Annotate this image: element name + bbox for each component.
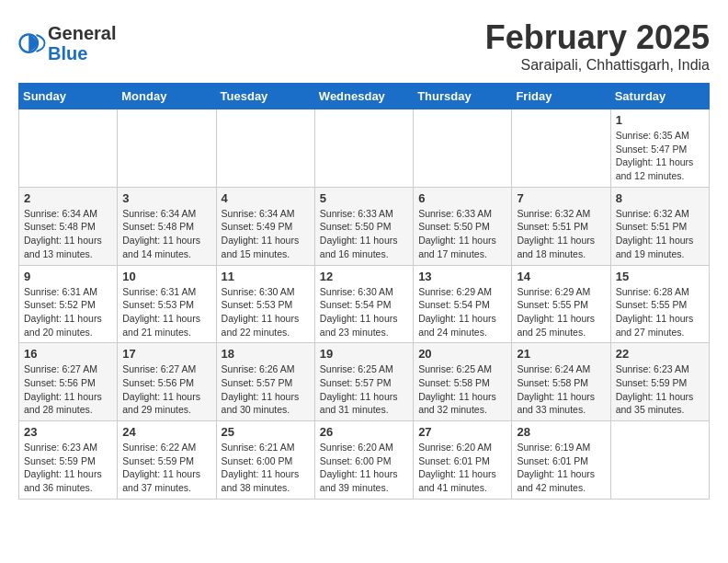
calendar-cell: 8Sunrise: 6:32 AM Sunset: 5:51 PM Daylig… (610, 187, 709, 265)
day-info: Sunrise: 6:33 AM Sunset: 5:50 PM Dayligh… (418, 207, 506, 261)
calendar-cell: 25Sunrise: 6:21 AM Sunset: 6:00 PM Dayli… (216, 421, 314, 500)
day-info: Sunrise: 6:28 AM Sunset: 5:55 PM Dayligh… (616, 285, 704, 339)
day-number: 21 (517, 347, 605, 361)
calendar-week-row: 16Sunrise: 6:27 AM Sunset: 5:56 PM Dayli… (19, 343, 710, 421)
calendar-table: SundayMondayTuesdayWednesdayThursdayFrid… (18, 83, 710, 500)
day-info: Sunrise: 6:34 AM Sunset: 5:48 PM Dayligh… (122, 207, 210, 261)
day-info: Sunrise: 6:35 AM Sunset: 5:47 PM Dayligh… (616, 129, 704, 183)
day-number: 12 (320, 270, 408, 283)
day-number: 16 (24, 347, 112, 361)
day-number: 2 (24, 191, 112, 205)
calendar-cell: 27Sunrise: 6:20 AM Sunset: 6:01 PM Dayli… (414, 421, 512, 500)
day-number: 1 (616, 113, 704, 127)
calendar-cell: 1Sunrise: 6:35 AM Sunset: 5:47 PM Daylig… (610, 109, 709, 188)
day-header-wednesday: Wednesday (314, 84, 413, 109)
day-number: 8 (616, 191, 704, 205)
day-number: 19 (320, 347, 408, 361)
logo-icon (18, 29, 46, 57)
day-number: 10 (122, 270, 210, 283)
calendar-cell: 26Sunrise: 6:20 AM Sunset: 6:00 PM Dayli… (314, 421, 413, 500)
logo-text: General Blue (48, 23, 116, 63)
day-header-saturday: Saturday (610, 84, 709, 109)
calendar-cell: 6Sunrise: 6:33 AM Sunset: 5:50 PM Daylig… (414, 187, 512, 265)
calendar-cell: 17Sunrise: 6:27 AM Sunset: 5:56 PM Dayli… (118, 343, 216, 421)
day-info: Sunrise: 6:31 AM Sunset: 5:52 PM Dayligh… (24, 285, 112, 339)
calendar-cell: 20Sunrise: 6:25 AM Sunset: 5:58 PM Dayli… (414, 343, 512, 421)
calendar-week-row: 1Sunrise: 6:35 AM Sunset: 5:47 PM Daylig… (19, 109, 710, 188)
calendar-cell: 4Sunrise: 6:34 AM Sunset: 5:49 PM Daylig… (216, 187, 314, 265)
calendar-cell (314, 109, 413, 188)
day-info: Sunrise: 6:34 AM Sunset: 5:48 PM Dayligh… (24, 207, 112, 261)
day-info: Sunrise: 6:21 AM Sunset: 6:00 PM Dayligh… (222, 441, 310, 495)
day-number: 11 (222, 270, 310, 283)
day-header-sunday: Sunday (19, 84, 118, 109)
calendar-cell: 22Sunrise: 6:23 AM Sunset: 5:59 PM Dayli… (610, 343, 709, 421)
day-info: Sunrise: 6:29 AM Sunset: 5:55 PM Dayligh… (517, 285, 605, 339)
location-title: Saraipali, Chhattisgarh, India (485, 57, 710, 74)
calendar-cell (512, 109, 610, 188)
day-info: Sunrise: 6:26 AM Sunset: 5:57 PM Dayligh… (222, 362, 310, 417)
day-number: 25 (222, 425, 310, 439)
day-info: Sunrise: 6:20 AM Sunset: 6:00 PM Dayligh… (320, 441, 408, 495)
day-number: 5 (320, 191, 408, 205)
calendar-cell (414, 109, 512, 188)
day-header-friday: Friday (512, 84, 610, 109)
day-info: Sunrise: 6:27 AM Sunset: 5:56 PM Dayligh… (24, 362, 112, 417)
day-header-tuesday: Tuesday (216, 84, 314, 109)
calendar-week-row: 23Sunrise: 6:23 AM Sunset: 5:59 PM Dayli… (19, 421, 710, 500)
day-header-thursday: Thursday (414, 84, 512, 109)
calendar-cell (19, 109, 118, 188)
day-info: Sunrise: 6:31 AM Sunset: 5:53 PM Dayligh… (122, 285, 210, 339)
calendar-cell: 13Sunrise: 6:29 AM Sunset: 5:54 PM Dayli… (414, 265, 512, 343)
calendar-cell: 21Sunrise: 6:24 AM Sunset: 5:58 PM Dayli… (512, 343, 610, 421)
calendar-cell (216, 109, 314, 188)
calendar-cell: 24Sunrise: 6:22 AM Sunset: 5:59 PM Dayli… (118, 421, 216, 500)
calendar-cell: 2Sunrise: 6:34 AM Sunset: 5:48 PM Daylig… (19, 187, 118, 265)
calendar-cell: 19Sunrise: 6:25 AM Sunset: 5:57 PM Dayli… (314, 343, 413, 421)
page-header: General Blue February 2025 Saraipali, Ch… (18, 18, 710, 74)
calendar-cell: 18Sunrise: 6:26 AM Sunset: 5:57 PM Dayli… (216, 343, 314, 421)
month-title: February 2025 (485, 18, 710, 57)
day-number: 14 (517, 270, 605, 283)
calendar-header-row: SundayMondayTuesdayWednesdayThursdayFrid… (19, 84, 710, 109)
day-number: 17 (122, 347, 210, 361)
logo: General Blue (18, 23, 116, 63)
day-info: Sunrise: 6:22 AM Sunset: 5:59 PM Dayligh… (122, 441, 210, 495)
day-number: 28 (517, 425, 605, 439)
day-number: 26 (320, 425, 408, 439)
calendar-cell: 12Sunrise: 6:30 AM Sunset: 5:54 PM Dayli… (314, 265, 413, 343)
calendar-cell: 23Sunrise: 6:23 AM Sunset: 5:59 PM Dayli… (19, 421, 118, 500)
day-number: 15 (616, 270, 704, 283)
day-info: Sunrise: 6:23 AM Sunset: 5:59 PM Dayligh… (24, 441, 112, 495)
day-number: 27 (418, 425, 506, 439)
day-number: 24 (122, 425, 210, 439)
calendar-cell (118, 109, 216, 188)
calendar-week-row: 2Sunrise: 6:34 AM Sunset: 5:48 PM Daylig… (19, 187, 710, 265)
day-info: Sunrise: 6:24 AM Sunset: 5:58 PM Dayligh… (517, 362, 605, 417)
day-number: 13 (418, 270, 506, 283)
day-info: Sunrise: 6:33 AM Sunset: 5:50 PM Dayligh… (320, 207, 408, 261)
day-number: 23 (24, 425, 112, 439)
title-block: February 2025 Saraipali, Chhattisgarh, I… (485, 18, 710, 74)
day-info: Sunrise: 6:25 AM Sunset: 5:57 PM Dayligh… (320, 362, 408, 417)
day-number: 9 (24, 270, 112, 283)
calendar-cell: 3Sunrise: 6:34 AM Sunset: 5:48 PM Daylig… (118, 187, 216, 265)
day-number: 4 (222, 191, 310, 205)
day-info: Sunrise: 6:32 AM Sunset: 5:51 PM Dayligh… (616, 207, 704, 261)
calendar-cell (610, 421, 709, 500)
day-info: Sunrise: 6:30 AM Sunset: 5:54 PM Dayligh… (320, 285, 408, 339)
day-info: Sunrise: 6:30 AM Sunset: 5:53 PM Dayligh… (222, 285, 310, 339)
calendar-cell: 11Sunrise: 6:30 AM Sunset: 5:53 PM Dayli… (216, 265, 314, 343)
day-number: 6 (418, 191, 506, 205)
day-number: 20 (418, 347, 506, 361)
calendar-cell: 10Sunrise: 6:31 AM Sunset: 5:53 PM Dayli… (118, 265, 216, 343)
calendar-week-row: 9Sunrise: 6:31 AM Sunset: 5:52 PM Daylig… (19, 265, 710, 343)
day-info: Sunrise: 6:27 AM Sunset: 5:56 PM Dayligh… (122, 362, 210, 417)
day-info: Sunrise: 6:25 AM Sunset: 5:58 PM Dayligh… (418, 362, 506, 417)
day-info: Sunrise: 6:32 AM Sunset: 5:51 PM Dayligh… (517, 207, 605, 261)
calendar-cell: 9Sunrise: 6:31 AM Sunset: 5:52 PM Daylig… (19, 265, 118, 343)
day-info: Sunrise: 6:20 AM Sunset: 6:01 PM Dayligh… (418, 441, 506, 495)
day-number: 3 (122, 191, 210, 205)
calendar-cell: 7Sunrise: 6:32 AM Sunset: 5:51 PM Daylig… (512, 187, 610, 265)
day-number: 22 (616, 347, 704, 361)
